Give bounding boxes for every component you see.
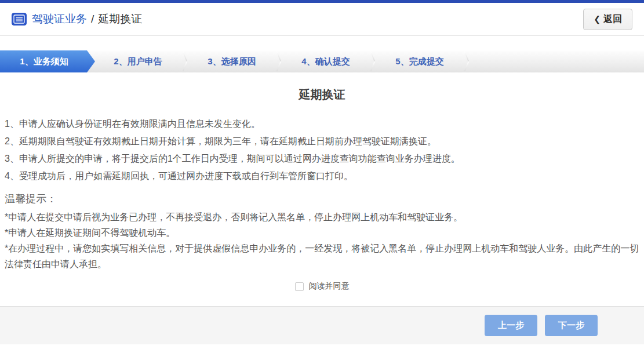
step-4-confirm-submit[interactable]: 4、确认提交 [283,50,369,72]
footer-action-bar: 上一步 下一步 [0,306,644,344]
step-2-user-declaration[interactable]: 2、用户申告 [95,50,181,72]
notice-list: 1、申请人应确认身份证明在有效期限满内且信息未发生变化。 2、延期期限自驾驶证有… [5,115,639,185]
chevron-left-icon: ❮ [594,14,601,24]
main-content: 延期换证 1、申请人应确认身份证明在有效期限满内且信息未发生变化。 2、延期期限… [0,86,644,292]
tips-title: 温馨提示： [5,191,639,207]
notice-item-3: 3、申请人所提交的申请，将于提交后的1个工作日内受理，期间可以通过网办进度查询功… [5,150,639,168]
step-separator [369,52,377,71]
step-5-complete-submit[interactable]: 5、完成提交 [377,50,463,72]
page-header: 驾驶证业务 / 延期换证 ❮ 返回 [0,3,644,36]
tip-item-1: *申请人在提交申请后视为业务已办理，不再接受退办，否则将记入黑名单，停止办理网上… [5,209,639,225]
tip-item-2: *申请人在延期换证期间不得驾驶机动车。 [5,225,639,241]
agree-label[interactable]: 阅读并同意 [309,281,350,292]
notice-item-4: 4、受理成功后，用户如需延期回执，可通过网办进度下载或自行到车管所窗口打印。 [5,168,639,185]
notice-item-1: 1、申请人应确认身份证明在有效期限满内且信息未发生变化。 [5,115,639,133]
step-separator [275,52,283,71]
breadcrumb-separator: / [91,13,94,26]
breadcrumb-current: 延期换证 [98,12,142,27]
notice-item-2: 2、延期期限自驾驶证有效期截止日期开始计算，期限为三年，请在延期截止日期前办理驾… [5,133,639,150]
back-button-label: 返回 [603,13,622,26]
back-button[interactable]: ❮ 返回 [583,9,632,30]
step-1-business-notice[interactable]: 1、业务须知 [0,50,95,72]
next-step-button[interactable]: 下一步 [545,315,598,336]
step-wizard: 1、业务须知 2、用户申告 3、选择原因 4、确认提交 5、完成提交 [0,50,644,72]
page-title: 延期换证 [5,86,639,103]
breadcrumb-root[interactable]: 驾驶证业务 [32,12,87,27]
step-separator [181,52,189,71]
agree-checkbox[interactable] [295,282,304,291]
tips-list: *申请人在提交申请后视为业务已办理，不再接受退办，否则将记入黑名单，停止办理网上… [5,209,639,272]
agree-row: 阅读并同意 [5,281,639,292]
list-icon [12,13,27,26]
step-3-select-reason[interactable]: 3、选择原因 [189,50,275,72]
step-separator [463,52,471,71]
previous-step-button[interactable]: 上一步 [485,315,537,336]
tip-item-3: *在办理过程中，请您如实填写相关信息，对于提供虚假信息申办业务的，一经发现，将被… [5,241,639,272]
